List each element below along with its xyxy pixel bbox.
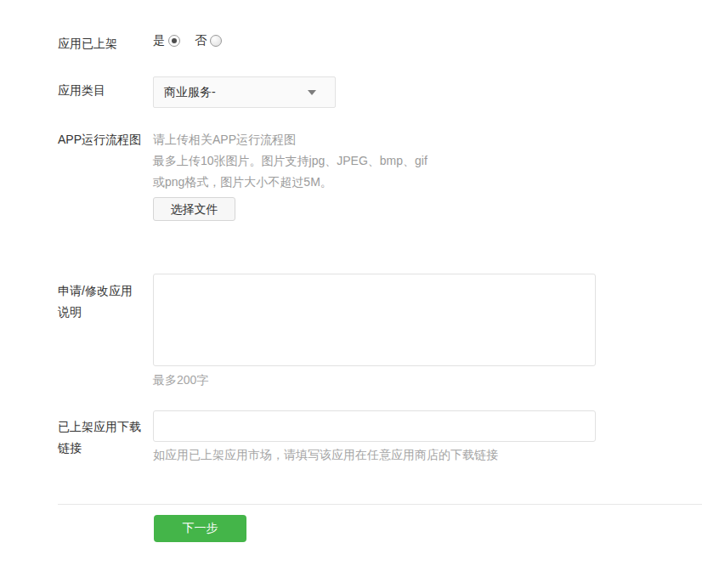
radio-no-label: 否 (195, 33, 207, 48)
app-listed-radio-group: 是 否 (153, 31, 702, 48)
field-flowchart-upload: APP运行流程图 请上传相关APP运行流程图 最多上传10张图片。图片支持jpg… (58, 129, 702, 221)
field-download-link: 已上架应用下载 链接 如应用已上架应用市场，请填写该应用在任意应用商店的下载链接 (58, 410, 702, 463)
choose-file-button[interactable]: 选择文件 (153, 197, 235, 221)
flowchart-hint-1: 请上传相关APP运行流程图 (153, 129, 702, 150)
download-link-hint: 如应用已上架应用市场，请填写该应用在任意应用商店的下载链接 (153, 448, 702, 463)
flowchart-label: APP运行流程图 (58, 129, 143, 146)
field-app-listed: 应用已上架 是 否 (58, 31, 702, 50)
app-submission-form: 应用已上架 是 否 应用类目 商业服务- APP运行流程图 (0, 0, 702, 588)
flowchart-hint-2: 最多上传10张图片。图片支持jpg、JPEG、bmp、gif (153, 150, 702, 172)
radio-yes-label: 是 (153, 33, 165, 48)
field-app-category: 应用类目 商业服务- (58, 76, 702, 108)
app-category-selected-value: 商业服务- (164, 85, 308, 100)
radio-no-button[interactable] (210, 35, 222, 47)
chevron-down-icon (308, 90, 316, 95)
radio-yes-button[interactable] (168, 35, 180, 47)
download-link-label: 已上架应用下载 链接 (58, 410, 143, 459)
description-textarea[interactable] (153, 274, 596, 366)
flowchart-hint-3: 或png格式，图片大小不超过5M。 (153, 172, 702, 193)
app-listed-label: 应用已上架 (58, 31, 143, 50)
section-divider (58, 504, 702, 505)
description-hint: 最多200字 (153, 373, 702, 388)
description-label: 申请/修改应用 说明 (58, 274, 143, 323)
app-category-select[interactable]: 商业服务- (153, 76, 336, 108)
next-step-button[interactable]: 下一步 (154, 515, 246, 542)
app-category-label: 应用类目 (58, 76, 143, 97)
field-description: 申请/修改应用 说明 最多200字 (58, 274, 702, 388)
radio-option-yes[interactable]: 是 (153, 33, 180, 48)
download-link-input[interactable] (153, 410, 596, 442)
radio-option-no[interactable]: 否 (195, 33, 222, 48)
